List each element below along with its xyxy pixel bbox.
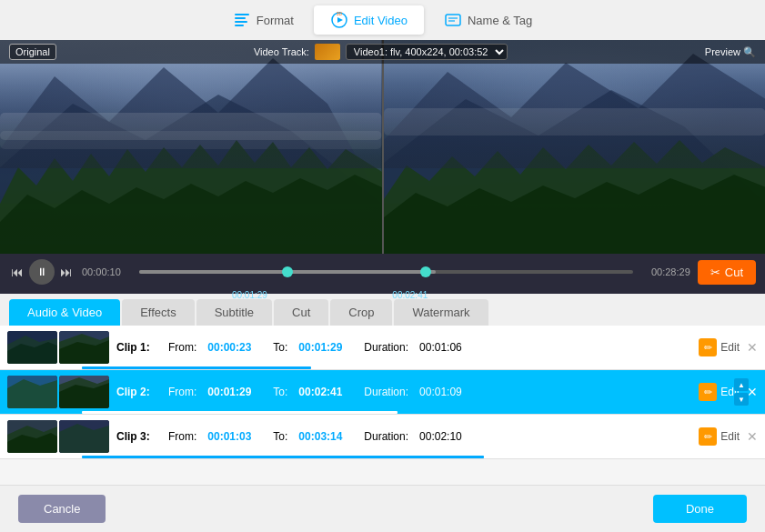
marker-right-time: 00:02:41 bbox=[392, 290, 428, 300]
top-navigation: Format 3D Edit Video Name & Tag bbox=[0, 0, 765, 40]
clip-2-dur-label: Duration: bbox=[364, 386, 408, 398]
clip-1-from-val: 00:00:23 bbox=[207, 341, 262, 354]
thumb-scene-3b bbox=[59, 420, 109, 453]
clip-row-3: Clip 3: From: 00:01:03 To: 00:03:14 Dura… bbox=[0, 415, 765, 459]
edit-tabs: Audio & Video Effects Subtitle Cut Crop … bbox=[0, 294, 765, 326]
video-background-left bbox=[0, 40, 382, 254]
tab-crop[interactable]: Crop bbox=[330, 299, 392, 326]
svg-text:3D: 3D bbox=[337, 11, 343, 16]
track-thumbnail bbox=[315, 44, 340, 60]
clip-3-edit-icon: ✏ bbox=[699, 427, 717, 446]
video-frames bbox=[0, 40, 765, 254]
marker-left-time: 00:01:29 bbox=[232, 290, 267, 300]
clip-2-thumbnails bbox=[7, 376, 109, 408]
timeline-controls: ⏮ ⏸ ⏭ bbox=[9, 259, 75, 285]
clip-2-thumb-2 bbox=[59, 376, 109, 408]
clip-1-info: Clip 1: From: 00:00:23 To: 00:01:29 Dura… bbox=[116, 341, 691, 354]
tab-format[interactable]: Format bbox=[216, 5, 310, 35]
svg-rect-2 bbox=[235, 21, 247, 23]
tab-subtitle[interactable]: Subtitle bbox=[196, 299, 272, 326]
cut-button[interactable]: ✂ Cut bbox=[698, 260, 756, 285]
svg-rect-3 bbox=[235, 25, 244, 26]
clip-1-progress-bar bbox=[82, 366, 311, 369]
svg-rect-7 bbox=[446, 15, 460, 25]
tab-effects[interactable]: Effects bbox=[122, 299, 195, 326]
tab-audio-video[interactable]: Audio & Video bbox=[9, 299, 120, 326]
svg-rect-13 bbox=[0, 113, 382, 140]
thumb-scene-1a bbox=[7, 331, 57, 364]
clip-3-progress bbox=[82, 456, 656, 458]
video-frame-left bbox=[0, 40, 384, 254]
timeline-track[interactable] bbox=[139, 263, 633, 281]
timeline-play-button[interactable]: ⏸ bbox=[29, 259, 55, 285]
clip-2-progress bbox=[82, 411, 656, 414]
clip-row-1: Clip 1: From: 00:00:23 To: 00:01:29 Dura… bbox=[0, 326, 765, 370]
jungle-overlay-left bbox=[0, 40, 382, 254]
thumb-scene-1b bbox=[59, 331, 109, 364]
tab-edit-video[interactable]: 3D Edit Video bbox=[314, 5, 424, 35]
video-background-right bbox=[384, 40, 766, 254]
clip-2-to-val: 00:02:41 bbox=[298, 386, 353, 398]
timeline-handle-right[interactable] bbox=[420, 266, 431, 277]
clip-3-thumbnails bbox=[7, 420, 109, 453]
clip-3-dur-val: 00:02:10 bbox=[419, 430, 474, 443]
clip-2-from-val: 00:01:29 bbox=[207, 386, 262, 398]
clip-1-progress bbox=[82, 366, 656, 369]
preview-label: Preview bbox=[705, 46, 740, 57]
preview-button[interactable]: Preview 🔍 bbox=[705, 46, 756, 58]
clip-3-label: Clip 3: bbox=[116, 430, 157, 443]
timeline-handle-left[interactable] bbox=[282, 266, 293, 277]
clip-2-info: Clip 2: From: 00:01:29 To: 00:02:41 Dura… bbox=[116, 386, 691, 398]
preview-search-icon: 🔍 bbox=[743, 46, 756, 58]
tab-name-tag[interactable]: Name & Tag bbox=[428, 5, 549, 35]
cut-label: Cut bbox=[725, 266, 743, 279]
clip-3-to-label: To: bbox=[273, 430, 287, 443]
clip-3-edit-button[interactable]: ✏ Edit bbox=[699, 427, 740, 446]
thumb-scene-2a bbox=[7, 376, 57, 408]
clip-row-2: Clip 2: From: 00:01:29 To: 00:02:41 Dura… bbox=[0, 370, 765, 415]
clip-3-close-button[interactable]: ✕ bbox=[747, 429, 758, 444]
clip-1-edit-label: Edit bbox=[720, 341, 740, 354]
format-icon bbox=[233, 11, 251, 29]
clip-2-dur-val: 00:01:09 bbox=[419, 386, 474, 398]
svg-rect-20 bbox=[384, 108, 766, 136]
clip-1-dur-val: 00:01:06 bbox=[419, 341, 474, 354]
thumb-scene-2b bbox=[59, 376, 109, 408]
clip-2-from-label: From: bbox=[168, 386, 196, 398]
clip-3-info: Clip 3: From: 00:01:03 To: 00:03:14 Dura… bbox=[116, 430, 691, 443]
original-badge: Original bbox=[9, 44, 56, 60]
clip-1-edit-icon: ✏ bbox=[699, 338, 717, 356]
timeline-next-button[interactable]: ⏭ bbox=[58, 263, 75, 281]
tab-cut[interactable]: Cut bbox=[274, 299, 328, 326]
clip-3-dur-label: Duration: bbox=[364, 430, 408, 443]
clip-2-move-up[interactable]: ▲ bbox=[734, 378, 749, 391]
clip-1-close-button[interactable]: ✕ bbox=[747, 340, 758, 355]
clip-2-progress-bar bbox=[82, 411, 398, 414]
name-tag-icon bbox=[444, 11, 462, 29]
video-track-info: Video Track: Video1: flv, 400x224, 00:03… bbox=[254, 44, 508, 60]
cancel-button[interactable]: Cancle bbox=[18, 495, 106, 523]
clip-3-from-label: From: bbox=[168, 430, 196, 443]
clip-2-side-controls: ▲ ▼ bbox=[734, 370, 749, 414]
timeline-prev-button[interactable]: ⏮ bbox=[9, 263, 25, 281]
clip-1-edit-button[interactable]: ✏ Edit bbox=[699, 338, 740, 356]
clip-3-to-val: 00:03:14 bbox=[298, 430, 353, 443]
video-track-dropdown[interactable]: Video1: flv, 400x224, 00:03:52 bbox=[346, 44, 508, 60]
done-button[interactable]: Done bbox=[653, 495, 747, 523]
svg-rect-0 bbox=[235, 14, 249, 15]
video-track-label: Video Track: bbox=[254, 46, 309, 57]
clip-3-progress-bar bbox=[82, 456, 484, 458]
svg-marker-5 bbox=[337, 17, 343, 23]
clip-2-move-down[interactable]: ▼ bbox=[734, 393, 749, 406]
video-preview-area: Original Video Track: Video1: flv, 400x2… bbox=[0, 40, 765, 254]
timeline-start-time: 00:00:10 bbox=[82, 266, 132, 277]
timeline: ⏮ ⏸ ⏭ 00:00:10 00:28:29 ✂ Cut bbox=[0, 254, 765, 290]
tab-watermark[interactable]: Watermark bbox=[394, 299, 488, 326]
clip-3-thumb-1 bbox=[7, 420, 57, 453]
edit-video-tab-label: Edit Video bbox=[354, 14, 408, 27]
clip-2-label: Clip 2: bbox=[116, 386, 157, 398]
clip-1-to-label: To: bbox=[273, 341, 287, 354]
clip-1-label: Clip 1: bbox=[116, 341, 157, 354]
clip-2-thumb-1 bbox=[7, 376, 57, 408]
clip-1-thumb-2 bbox=[59, 331, 109, 364]
